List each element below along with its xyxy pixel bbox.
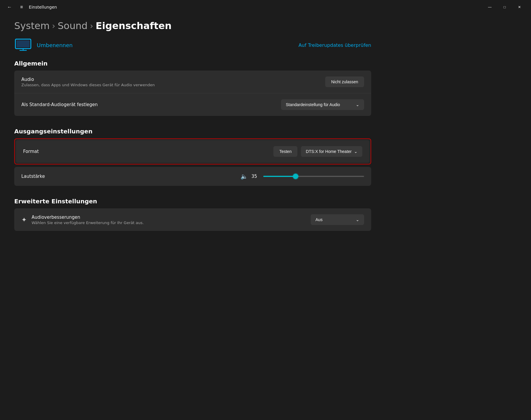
audioverbess-dropdown-value: Aus xyxy=(315,217,323,222)
audioverbess-label: Audioverbesserungen xyxy=(31,215,143,220)
device-header: Umbenennen Auf Treiberupdates überprüfen xyxy=(14,39,371,52)
device-name-link[interactable]: Umbenennen xyxy=(37,42,73,48)
default-device-right: Standardeinstellung für Audio ⌄ xyxy=(281,99,364,110)
volume-value: 35 xyxy=(251,174,260,179)
audioverbesserungen-row: ✦ Audioverbesserungen Wählen Sie eine ve… xyxy=(14,208,371,231)
allgemein-section: Allgemein Audio Zulassen, dass Apps und … xyxy=(14,60,371,116)
format-dropdown-value: DTS:X for Home Theater xyxy=(306,149,352,154)
slider-thumb[interactable] xyxy=(293,174,298,179)
nicht-zulassen-button[interactable]: Nicht zulassen xyxy=(325,76,364,87)
volume-controls: 🔈 35 xyxy=(240,173,364,180)
audioverbess-text: Audioverbesserungen Wählen Sie eine verf… xyxy=(31,215,143,225)
hamburger-button[interactable]: ≡ xyxy=(18,3,25,11)
audioverbesserungen-left: ✦ Audioverbesserungen Wählen Sie eine ve… xyxy=(21,215,144,225)
device-icon xyxy=(14,39,32,52)
back-icon: ← xyxy=(7,4,12,10)
highlighted-format-section: Format Testen DTS:X for Home Theater ⌄ xyxy=(14,138,371,165)
back-button[interactable]: ← xyxy=(5,3,14,11)
hamburger-icon: ≡ xyxy=(20,4,23,10)
audio-sublabel: Zulassen, dass Apps und Windows dieses G… xyxy=(21,83,155,87)
audioverbess-sublabel: Wählen Sie eine verfügbare Erweiterung f… xyxy=(31,221,143,225)
breadcrumb-sep-2: › xyxy=(90,21,93,31)
chevron-down-icon-verbess: ⌄ xyxy=(356,217,359,222)
volume-row: Lautstärke 🔈 35 xyxy=(14,167,371,186)
volume-label: Lautstärke xyxy=(21,174,45,179)
erweitert-title: Erweiterte Einstellungen xyxy=(14,198,371,205)
slider-track xyxy=(263,176,364,177)
breadcrumb: System › Sound › Eigenschaften xyxy=(14,20,371,31)
format-row: Format Testen DTS:X for Home Theater ⌄ xyxy=(16,140,369,163)
chevron-down-icon-format: ⌄ xyxy=(354,149,358,154)
audio-row-left: Audio Zulassen, dass Apps und Windows di… xyxy=(21,77,155,87)
chevron-down-icon: ⌄ xyxy=(356,102,359,107)
audio-row: Audio Zulassen, dass Apps und Windows di… xyxy=(14,71,371,93)
audio-label: Audio xyxy=(21,77,155,82)
minimize-button[interactable]: — xyxy=(483,2,497,12)
device-info: Umbenennen xyxy=(14,39,73,52)
driver-update-link[interactable]: Auf Treiberupdates überprüfen xyxy=(299,42,371,48)
breadcrumb-system[interactable]: System xyxy=(14,20,50,31)
svg-rect-3 xyxy=(17,40,30,47)
highlighted-inner: Format Testen DTS:X for Home Theater ⌄ xyxy=(16,140,369,163)
breadcrumb-eigenschaften: Eigenschaften xyxy=(96,20,172,31)
close-button[interactable]: ✕ xyxy=(513,2,526,12)
main-content: System › Sound › Eigenschaften Umbenenne… xyxy=(0,14,385,245)
breadcrumb-sound[interactable]: Sound xyxy=(58,20,88,31)
audio-row-right: Nicht zulassen xyxy=(325,76,364,87)
window-title: Einstellungen xyxy=(29,5,57,9)
audioverbess-dropdown[interactable]: Aus ⌄ xyxy=(311,214,364,225)
breadcrumb-sep-1: › xyxy=(52,21,55,31)
audioverbess-icon: ✦ xyxy=(21,216,27,223)
ausgangs-section: Ausgangseinstellungen Format Testen DTS:… xyxy=(14,128,371,165)
allgemein-title: Allgemein xyxy=(14,60,371,67)
erweitert-section: Erweiterte Einstellungen ✦ Audioverbesse… xyxy=(14,198,371,231)
testen-button[interactable]: Testen xyxy=(273,146,297,157)
default-device-dropdown[interactable]: Standardeinstellung für Audio ⌄ xyxy=(281,99,364,110)
window-controls: — □ ✕ xyxy=(483,2,526,12)
volume-slider[interactable] xyxy=(263,173,364,179)
maximize-button[interactable]: □ xyxy=(498,2,511,12)
format-dropdown[interactable]: DTS:X for Home Theater ⌄ xyxy=(301,146,362,157)
default-device-row: Als Standard-Audiogerät festlegen Standa… xyxy=(14,93,371,116)
default-device-label: Als Standard-Audiogerät festlegen xyxy=(21,102,98,107)
default-device-value: Standardeinstellung für Audio xyxy=(286,102,340,107)
allgemein-group: Audio Zulassen, dass Apps und Windows di… xyxy=(14,71,371,116)
format-label: Format xyxy=(23,149,39,154)
title-bar: ← ≡ Einstellungen — □ ✕ xyxy=(0,0,531,14)
volume-icon: 🔈 xyxy=(240,173,248,180)
format-row-right: Testen DTS:X for Home Theater ⌄ xyxy=(273,146,362,157)
ausgangs-title: Ausgangseinstellungen xyxy=(14,128,371,135)
slider-fill xyxy=(263,176,296,177)
title-bar-left: ← ≡ Einstellungen xyxy=(5,3,57,11)
